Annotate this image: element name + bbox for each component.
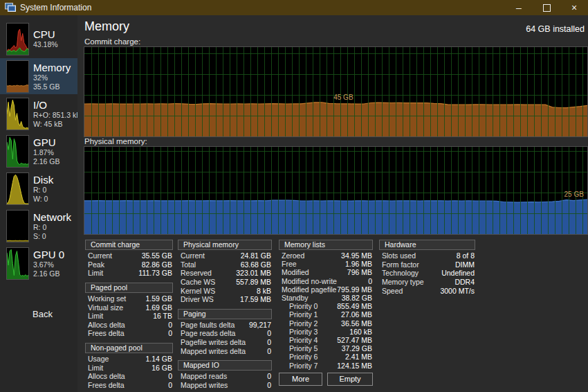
stat-row: Limit16 GB xyxy=(85,363,173,372)
stat-label: Limit xyxy=(88,312,103,320)
stat-row: Priority 236.56 MB xyxy=(279,319,373,328)
physical-peak-value-label: 25 GB xyxy=(564,190,585,198)
stat-value: Undefined xyxy=(441,269,475,277)
stat-value: 16 GB xyxy=(151,364,172,372)
sidebar: CPU43.18%Memory32%35.5 GBI/OR+O: 851.3 k… xyxy=(0,15,77,392)
stat-label: Slots used xyxy=(382,251,416,260)
cpu-mini-graph-icon xyxy=(6,23,29,55)
stat-label: Usage xyxy=(88,355,109,363)
app-icon xyxy=(5,3,16,12)
stat-label: Priority 0 xyxy=(289,302,318,310)
stat-value: 0 xyxy=(267,381,271,389)
section-header: Mapped IO xyxy=(178,360,272,371)
sidebar-item-network[interactable]: NetworkR: 0S: 0 xyxy=(0,208,77,244)
more-button[interactable]: More xyxy=(279,373,322,386)
stat-value: 0 xyxy=(267,347,271,355)
stat-row: Priority 4527.47 MB xyxy=(279,336,373,344)
sidebar-item-stat: 43.18% xyxy=(33,40,58,49)
stat-row: Modified796 MB xyxy=(279,268,373,276)
stat-label: Total xyxy=(181,260,196,269)
section-memory-lists: Memory listsZeroed34.95 MBFree1.96 MBMod… xyxy=(279,240,373,386)
maximize-button[interactable] xyxy=(533,0,560,15)
stat-value: 16 TB xyxy=(153,312,172,320)
stat-value: 63.68 GB xyxy=(241,260,271,269)
stat-label: Reserved xyxy=(181,269,212,277)
stat-label: Free xyxy=(282,260,297,268)
stat-value: 795.99 MB xyxy=(337,285,372,294)
stat-label: Modified pagefile xyxy=(282,285,336,294)
empty-button[interactable]: Empty xyxy=(327,373,373,386)
stat-value: 0 xyxy=(267,338,271,346)
stats-panels: Commit chargeCurrent35.55 GBPeak82.86 GB… xyxy=(77,240,588,392)
stat-label: Modified xyxy=(282,268,309,276)
stat-row: Priority 127.06 MB xyxy=(279,310,373,319)
sidebar-item-stat: S: 0 xyxy=(33,232,71,241)
back-button[interactable]: Back xyxy=(33,309,53,319)
stat-value: 1.69 GB xyxy=(145,303,172,312)
stat-value: 855.49 MB xyxy=(337,302,372,310)
stat-label: Virtual size xyxy=(88,303,123,312)
stat-row: Speed3000 MT/s xyxy=(379,286,475,295)
sidebar-item-memory[interactable]: Memory32%35.5 GB xyxy=(0,58,77,94)
system-information-window: System Information – × CPU43.18%Memory32… xyxy=(0,0,588,392)
stat-row: Frees delta0 xyxy=(85,329,173,338)
stat-row: Pagefile writes delta0 xyxy=(178,338,272,347)
stat-label: Frees delta xyxy=(88,329,125,337)
stats-column-physical: Physical memoryCurrent24.81 GBTotal63.68… xyxy=(178,240,272,392)
stat-row: Modified pagefile795.99 MB xyxy=(279,285,373,294)
sidebar-item-cpu[interactable]: CPU43.18% xyxy=(0,21,77,57)
disk-mini-graph-icon xyxy=(6,172,29,205)
page-title: Memory xyxy=(84,19,129,34)
sidebar-item-title: Network xyxy=(33,211,71,223)
commit-charge-graph[interactable]: 45 GB xyxy=(84,46,588,137)
section-header: Memory lists xyxy=(279,240,373,250)
stat-row: Working set1.59 GB xyxy=(85,294,173,303)
stat-row: Usage1.14 GB xyxy=(85,355,173,364)
physical-memory-label: Physical memory: xyxy=(84,137,147,145)
stat-row: Limit111.73 GB xyxy=(85,269,173,278)
sidebar-item-stat: 2.16 GB xyxy=(33,269,64,278)
sidebar-item-stat: W: 45 kB xyxy=(33,120,77,129)
stat-value: 2.41 MB xyxy=(345,353,372,361)
sidebar-item-stat: 1.87% xyxy=(33,148,60,157)
section-paging: PagingPage faults delta99,217Page reads … xyxy=(178,309,272,355)
minimize-button[interactable]: – xyxy=(505,0,533,15)
sidebar-item-gpu[interactable]: GPU1.87%2.16 GB xyxy=(0,133,77,169)
sidebar-item-title: Disk xyxy=(33,174,53,186)
stat-row: Free1.96 MB xyxy=(279,260,373,268)
stat-row: Zeroed34.95 MB xyxy=(279,251,373,260)
sidebar-item-disk[interactable]: DiskR: 0W: 0 xyxy=(0,170,77,206)
physical-memory-graph[interactable]: 25 GB xyxy=(84,146,588,235)
stat-row: Memory typeDDR4 xyxy=(379,278,475,287)
stat-value: 323.01 MB xyxy=(236,269,271,277)
section-header: Physical memory xyxy=(178,240,272,250)
gpu-mini-graph-icon xyxy=(6,135,29,168)
stat-value: 35.55 GB xyxy=(142,251,172,260)
stat-row: Mapped writes delta0 xyxy=(178,346,272,355)
maximize-icon xyxy=(543,4,551,12)
stat-row: Current24.81 GB xyxy=(178,251,272,260)
stat-row: Priority 7124.15 MB xyxy=(279,361,373,369)
sidebar-item-stat: R: 0 xyxy=(33,223,71,232)
stat-value: 0 xyxy=(168,372,172,380)
stat-label: Limit xyxy=(88,364,103,372)
stat-label: Pagefile writes delta xyxy=(181,338,246,346)
stat-value: 99,217 xyxy=(249,321,271,329)
close-button[interactable]: × xyxy=(560,0,588,15)
stat-value: 0 xyxy=(267,372,271,380)
stat-value: 1.96 MB xyxy=(345,260,372,268)
section-header: Non-paged pool xyxy=(85,343,173,353)
stat-value: 796 MB xyxy=(347,268,372,276)
stat-label: Working set xyxy=(88,294,126,303)
gpu0-mini-graph-icon xyxy=(6,247,29,280)
stat-row: Standby38.82 GB xyxy=(279,294,373,302)
section-mapped-io: Mapped IOMapped reads0Mapped writes0 xyxy=(178,360,272,389)
sidebar-item-io[interactable]: I/OR+O: 851.3 kBW: 45 kB xyxy=(0,96,77,132)
stat-row: Mapped reads0 xyxy=(178,372,272,381)
sidebar-item-gpu0[interactable]: GPU 03.67%2.16 GB xyxy=(0,245,77,281)
stat-row: Mapped writes0 xyxy=(178,381,272,390)
stat-value: 3000 MT/s xyxy=(440,287,475,295)
stat-label: Allocs delta xyxy=(88,321,125,329)
commit-peak-value-label: 45 GB xyxy=(333,93,353,101)
stat-label: Mapped reads xyxy=(181,372,227,380)
